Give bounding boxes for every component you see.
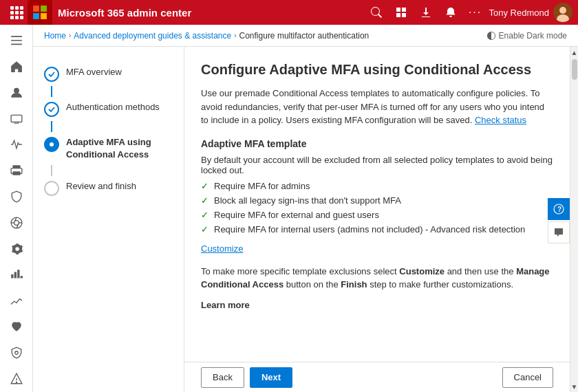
sidebar-item-support[interactable] [1, 210, 32, 236]
breadcrumb: Home › Advanced deployment guides & assi… [33, 25, 578, 47]
svg-point-13 [14, 221, 19, 226]
step-icon-auth-methods [44, 102, 59, 117]
avatar [553, 3, 572, 22]
app-title: Microsoft 365 admin center [58, 7, 365, 19]
scroll-down[interactable]: ▼ [570, 381, 578, 392]
step-icon-adaptive-mfa [44, 137, 59, 152]
app-logo [28, 0, 52, 25]
check-icon-4: ✓ [201, 224, 208, 235]
breadcrumb-guides[interactable]: Advanced deployment guides & assistance [74, 31, 231, 41]
section-description: By default your account will be excluded… [201, 155, 553, 175]
sidebar-item-activity[interactable] [1, 131, 32, 157]
back-button[interactable]: Back [201, 367, 244, 388]
search-icon[interactable] [365, 0, 387, 25]
page-title: Configure Adaptive MFA using Conditional… [201, 61, 553, 78]
check-icon-3: ✓ [201, 210, 208, 220]
sidebar-item-reports[interactable] [1, 262, 32, 288]
sidebar-item-users[interactable] [1, 80, 32, 106]
sidebar-item-print[interactable] [1, 157, 32, 184]
float-buttons: ? [548, 198, 570, 243]
check-icon-2: ✓ [201, 195, 208, 206]
step-item-auth-methods[interactable]: Authentication methods [44, 101, 173, 117]
dark-mode-toggle[interactable]: Enable Dark mode [486, 31, 567, 41]
svg-rect-3 [41, 13, 47, 19]
dashboard-icon[interactable] [390, 0, 412, 25]
scroll-up[interactable]: ▲ [570, 47, 578, 58]
customize-link[interactable]: Customize [201, 243, 243, 254]
step-label-adaptive-mfa: Adaptive MFA using Conditional Access [66, 136, 173, 161]
breadcrumb-home[interactable]: Home [44, 31, 66, 41]
download-icon[interactable] [415, 0, 437, 25]
svg-rect-9 [12, 165, 20, 168]
content-wrapper: MFA overview Authentication methods [33, 47, 578, 392]
promo-text: To make more specific template exclusion… [201, 265, 553, 292]
step-item-review[interactable]: Review and finish [44, 180, 173, 196]
svg-point-5 [559, 7, 566, 14]
checklist-item-4: ✓ Require MFA for internal users (admins… [201, 224, 553, 235]
help-float-button[interactable]: ? [548, 198, 570, 220]
next-button[interactable]: Next [250, 367, 292, 388]
svg-point-7 [14, 87, 19, 93]
step-icon-review [44, 181, 59, 196]
svg-rect-11 [12, 171, 20, 175]
step-icon-mfa-overview [44, 67, 59, 82]
sidebar-item-chart[interactable] [1, 288, 32, 314]
topbar: Microsoft 365 admin center ··· Tony Redm… [0, 0, 578, 25]
learn-more: Learn more [201, 300, 553, 310]
sidebar [0, 25, 33, 392]
step-item-adaptive-mfa[interactable]: Adaptive MFA using Conditional Access [44, 136, 173, 161]
sidebar-item-home[interactable] [1, 54, 32, 80]
breadcrumb-sep-2: › [234, 32, 236, 39]
step-label-review: Review and finish [66, 180, 136, 193]
bell-icon[interactable] [440, 0, 462, 25]
svg-point-20 [16, 382, 17, 383]
sidebar-item-settings[interactable] [1, 236, 32, 262]
svg-rect-2 [33, 13, 39, 19]
page-content: Configure Adaptive MFA using Conditional… [184, 47, 570, 362]
breadcrumb-sep-1: › [69, 32, 71, 39]
check-icon-1: ✓ [201, 181, 208, 191]
cancel-button[interactable]: Cancel [502, 367, 553, 388]
step-label-auth-methods: Authentication methods [66, 101, 160, 113]
steps-panel: MFA overview Authentication methods [33, 47, 184, 392]
breadcrumb-current: Configure multifactor authentication [239, 31, 370, 41]
sidebar-item-warning[interactable] [1, 366, 32, 392]
steps-list: MFA overview Authentication methods [44, 61, 173, 196]
step-item-mfa-overview[interactable]: MFA overview [44, 66, 173, 82]
svg-point-21 [50, 142, 54, 146]
step-label-mfa-overview: MFA overview [66, 66, 122, 78]
check-status-link[interactable]: Check status [475, 115, 526, 125]
footer-bar: Back Next Cancel [184, 362, 570, 392]
sidebar-item-menu[interactable] [1, 28, 32, 54]
svg-rect-1 [41, 6, 47, 12]
svg-rect-0 [33, 6, 39, 12]
user-name: Tony Redmond [489, 8, 549, 18]
dark-mode-label: Enable Dark mode [499, 31, 567, 41]
svg-text:?: ? [557, 206, 561, 213]
chat-float-button[interactable] [548, 221, 570, 243]
page-description: Use our premade Conditional Access templ… [201, 87, 553, 127]
sidebar-item-devices[interactable] [1, 106, 32, 132]
checklist: ✓ Require MFA for admins ✓ Block all leg… [201, 181, 553, 235]
svg-point-18 [14, 351, 18, 355]
checklist-item-1: ✓ Require MFA for admins [201, 181, 553, 191]
sidebar-item-security[interactable] [1, 340, 32, 366]
sidebar-item-health[interactable] [1, 314, 32, 340]
more-icon[interactable]: ··· [464, 0, 486, 25]
section-title: Adaptive MFA template [201, 138, 553, 149]
sidebar-item-shield[interactable] [1, 184, 32, 210]
svg-rect-8 [11, 115, 22, 122]
scrollbar[interactable]: ▲ ▼ [570, 47, 578, 392]
checklist-item-2: ✓ Block all legacy sign-ins that don't s… [201, 195, 553, 206]
main-content: Home › Advanced deployment guides & assi… [33, 25, 578, 392]
waffle-menu[interactable] [6, 0, 28, 25]
topbar-icons: ··· Tony Redmond [365, 0, 572, 25]
user-menu[interactable]: Tony Redmond [489, 3, 572, 22]
checklist-item-3: ✓ Require MFA for external and guest use… [201, 210, 553, 220]
